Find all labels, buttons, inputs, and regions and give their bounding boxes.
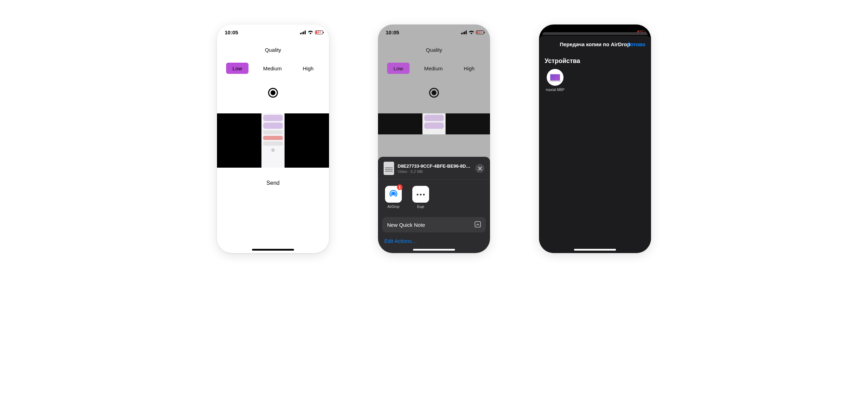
share-file-name: D8E27733-9CCF-4BFE-BE96-8DB… [398,163,472,169]
status-time: 10:05 [225,29,238,35]
signal-icon [461,29,467,35]
svg-rect-1 [301,32,302,34]
phone-airdrop-picker: 17+ Передача копии по AirDrop Готово Уст… [539,24,651,253]
quick-note-action[interactable]: New Quick Note [382,217,486,232]
devices-section-title: Устройства [545,57,645,65]
home-indicator[interactable] [252,249,294,251]
preview-pad-left [217,113,261,168]
laptop-icon [550,74,560,80]
more-icon [416,192,425,196]
status-bar: 10:05 16+ [378,24,490,40]
status-time: 10:05 [386,29,399,35]
record-button[interactable] [268,88,278,98]
send-button[interactable]: Send [217,180,329,186]
quality-option-low[interactable]: Low [226,63,248,74]
share-header: D8E27733-9CCF-4BFE-BE96-8DB… Video · 5,2… [378,162,490,180]
svg-rect-0 [300,33,301,34]
svg-rect-3 [304,30,306,34]
preview-pad-right [285,113,329,168]
svg-point-10 [420,194,422,195]
airdrop-icon [388,188,399,200]
svg-rect-2 [303,31,304,34]
quick-note-icon [475,221,481,229]
svg-rect-4 [461,33,462,34]
phone-quality: 10:05 16+ Quality Low Medium High [217,24,329,253]
svg-point-9 [417,194,419,195]
home-indicator[interactable] [574,249,616,251]
share-app-label: AirDrop [384,205,403,209]
svg-point-8 [392,192,395,195]
share-app-more[interactable]: Еще [411,186,430,209]
quality-title: Quality [217,47,329,53]
video-preview [217,113,329,168]
airdrop-device[interactable]: maxial MBP [545,69,566,92]
svg-rect-5 [462,32,463,34]
quality-option-high[interactable]: High [296,63,320,74]
airdrop-sheet: Передача копии по AirDrop Готово Устройс… [539,36,651,253]
quality-content: Quality Low Medium High Send [217,40,329,186]
preview-thumbnail[interactable] [261,113,285,168]
svg-point-11 [423,194,425,195]
share-file-meta: Video · 5,2 MB [398,169,472,174]
quality-option-medium[interactable]: Medium [257,63,288,74]
quality-segment: Low Medium High [217,63,329,74]
share-app-airdrop[interactable]: 1 AirDrop [384,186,403,209]
svg-rect-6 [464,31,465,34]
quick-note-label: New Quick Note [387,222,425,228]
airdrop-title: Передача копии по AirDrop [560,41,630,47]
edit-actions-link[interactable]: Edit Actions… [378,232,490,244]
home-indicator[interactable] [413,249,455,251]
device-name: maxial MBP [545,88,566,92]
device-avatar [547,69,564,86]
done-button[interactable]: Готово [628,41,645,47]
wifi-icon [308,29,313,35]
battery-icon: 16+ [315,30,321,34]
stacked-card-hint [542,32,648,35]
share-app-label: Еще [411,205,430,209]
background-content: Quality Low Medium High [378,40,490,134]
svg-rect-7 [465,30,467,34]
status-bar: 10:05 16+ [217,24,329,40]
battery-icon: 16+ [476,30,482,34]
close-button[interactable] [475,164,484,173]
share-apps-row: 1 AirDrop Еще [378,180,490,211]
share-sheet: D8E27733-9CCF-4BFE-BE96-8DB… Video · 5,2… [378,157,490,253]
phone-share-sheet: 10:05 16+ Quality Low Medium High [378,24,490,253]
wifi-icon [469,29,474,35]
airdrop-badge: 1 [397,184,402,190]
file-icon [384,162,394,175]
signal-icon [300,29,306,35]
